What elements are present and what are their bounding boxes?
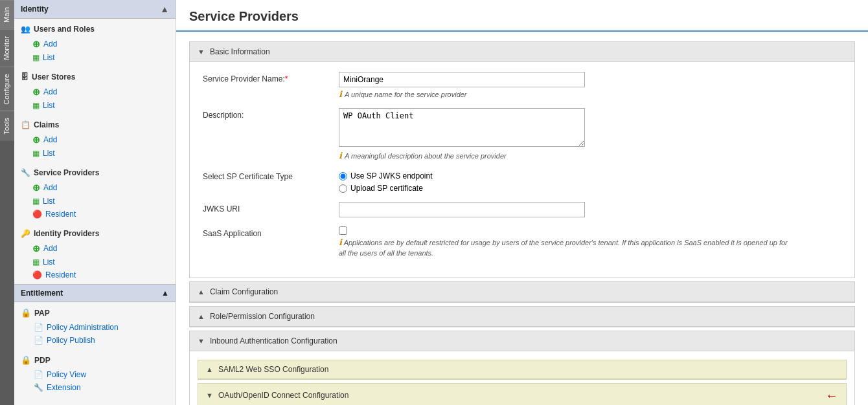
sp-cert-option-2[interactable]: Upload SP certificate (339, 184, 841, 193)
sp-cert-radio-1[interactable] (339, 172, 347, 181)
pdp-group: 🔒 PDP 📄 Policy View 🔧 Extension (14, 349, 176, 397)
content-area: Basic Information Service Provider Name:… (176, 32, 868, 405)
jwks-uri-field (339, 202, 841, 217)
sp-name-row: Service Provider Name:* ℹ A unique name … (203, 72, 841, 99)
saas-label: SaaS Application (203, 226, 332, 238)
side-tabs-container: Main Monitor Configure Tools (0, 0, 14, 405)
policy-publish[interactable]: 📄 Policy Publish (14, 334, 176, 347)
policy-administration[interactable]: 📄 Policy Administration (14, 321, 176, 334)
side-tab-tools[interactable]: Tools (0, 111, 14, 141)
info-icon: ℹ (339, 151, 342, 160)
inbound-auth-header[interactable]: Inbound Authentication Configuration (190, 331, 854, 351)
entitlement-section-header[interactable]: Entitlement ▲ (14, 284, 176, 302)
identity-section-header[interactable]: Identity ▲ (14, 0, 176, 19)
basic-info-header[interactable]: Basic Information (190, 42, 854, 62)
identity-collapse-btn[interactable]: ▲ (160, 4, 169, 14)
sp-cert-label: Select SP Certificate Type (203, 170, 332, 181)
side-tab-main[interactable]: Main (0, 0, 14, 29)
claims-title[interactable]: 📋 Claims (14, 117, 176, 133)
required-marker: * (285, 74, 288, 83)
claim-config-label: Claim Configuration (210, 287, 278, 296)
pap-group: 🔒 PAP 📄 Policy Administration 📄 Policy P… (14, 302, 176, 349)
idp-list[interactable]: ▦ List (14, 256, 176, 268)
idp-resident[interactable]: 🔴 Resident (14, 268, 176, 281)
add-icon: ⊕ (32, 39, 40, 49)
page-title: Service Providers (176, 0, 868, 32)
role-config-chevron (198, 312, 205, 320)
jwks-uri-input[interactable] (339, 202, 585, 217)
red-arrow-indicator: ← (825, 388, 838, 403)
entitlement-header-label: Entitlement (21, 289, 63, 298)
claim-config-header[interactable]: Claim Configuration (190, 282, 854, 302)
side-tab-configure[interactable]: Configure (0, 67, 14, 111)
sp-cert-radio-group: Use SP JWKS endpoint Upload SP certifica… (339, 170, 841, 193)
saas-checkbox-item (339, 226, 841, 235)
basic-info-section: Basic Information Service Provider Name:… (189, 41, 855, 278)
claim-config-section: Claim Configuration (189, 281, 855, 303)
oauth-label: OAuth/OpenID Connect Configuration (218, 391, 814, 400)
oauth-chevron (206, 391, 213, 399)
resident-icon: 🔴 (32, 210, 42, 219)
list-icon: ▦ (32, 149, 40, 158)
inbound-auth-label: Inbound Authentication Configuration (210, 336, 337, 345)
extension[interactable]: 🔧 Extension (14, 381, 176, 394)
saml2-sso-header[interactable]: SAML2 Web SSO Configuration (198, 360, 846, 379)
policy-view-icon: 📄 (34, 370, 43, 379)
service-providers-title[interactable]: 🔧 Service Providers (14, 165, 176, 181)
resident-icon: 🔴 (32, 270, 42, 279)
sp-resident[interactable]: 🔴 Resident (14, 208, 176, 221)
info-icon: ℹ (339, 89, 342, 99)
saml2-chevron (206, 366, 213, 373)
user-stores-add[interactable]: ⊕ Add (14, 85, 176, 99)
role-config-section: Role/Permission Configuration (189, 306, 855, 327)
user-stores-title[interactable]: 🗄 User Stores (14, 69, 176, 85)
pap-title[interactable]: 🔒 PAP (14, 305, 176, 321)
basic-info-label: Basic Information (210, 47, 270, 56)
role-config-header[interactable]: Role/Permission Configuration (190, 307, 854, 327)
list-icon: ▦ (32, 53, 40, 62)
inbound-auth-section: Inbound Authentication Configuration SAM… (189, 331, 855, 405)
publish-icon: 📄 (34, 336, 43, 345)
claim-config-chevron (198, 288, 205, 296)
description-field: WP OAuth Client ℹ A meaningful descripti… (339, 108, 841, 160)
list-icon: ▦ (32, 101, 40, 110)
claims-list[interactable]: ▦ List (14, 147, 176, 160)
users-and-roles-title[interactable]: 👥 Users and Roles (14, 21, 176, 37)
user-stores-group: 🗄 User Stores ⊕ Add ▦ List (14, 67, 176, 115)
side-tab-monitor[interactable]: Monitor (0, 29, 14, 67)
saml2-label: SAML2 Web SSO Configuration (218, 365, 329, 374)
sp-name-input[interactable] (339, 72, 585, 87)
oauth-openid-header[interactable]: OAuth/OpenID Connect Configuration ← (198, 384, 846, 405)
user-stores-icon: 🗄 (21, 72, 29, 82)
sp-name-field: ℹ A unique name for the service provider (339, 72, 841, 99)
entitlement-collapse-btn[interactable]: ▲ (161, 289, 169, 298)
add-icon: ⊕ (32, 182, 40, 193)
sidebar: Identity ▲ 👥 Users and Roles ⊕ Add ▦ Lis… (14, 0, 176, 405)
claims-add[interactable]: ⊕ Add (14, 133, 176, 147)
main-content: Service Providers Basic Information Serv… (176, 0, 868, 405)
saml2-sso-accordion: SAML2 Web SSO Configuration (198, 360, 847, 380)
description-label: Description: (203, 108, 332, 120)
basic-info-chevron (198, 48, 205, 56)
users-roles-list[interactable]: ▦ List (14, 51, 176, 64)
pdp-title[interactable]: 🔒 PDP (14, 352, 176, 368)
saas-row: SaaS Application ℹ Applications are by d… (203, 226, 841, 259)
identity-providers-title[interactable]: 🔑 Identity Providers (14, 226, 176, 241)
sp-add[interactable]: ⊕ Add (14, 181, 176, 195)
claims-icon: 📋 (21, 120, 30, 129)
policy-view[interactable]: 📄 Policy View (14, 368, 176, 381)
users-roles-icon: 👥 (21, 25, 30, 34)
description-textarea[interactable]: WP OAuth Client (339, 108, 585, 147)
users-roles-add[interactable]: ⊕ Add (14, 37, 176, 51)
sp-cert-field: Use SP JWKS endpoint Upload SP certifica… (339, 170, 841, 193)
user-stores-list[interactable]: ▦ List (14, 99, 176, 112)
identity-providers-group: 🔑 Identity Providers ⊕ Add ▦ List 🔴 Resi… (14, 223, 176, 284)
pap-icon: 🔒 (21, 308, 31, 318)
idp-add[interactable]: ⊕ Add (14, 241, 176, 256)
description-row: Description: WP OAuth Client ℹ A meaning… (203, 108, 841, 160)
saas-checkbox[interactable] (339, 226, 347, 235)
sp-cert-option-1[interactable]: Use SP JWKS endpoint (339, 171, 841, 181)
pdp-icon: 🔒 (21, 355, 31, 365)
sp-list[interactable]: ▦ List (14, 195, 176, 208)
sp-cert-radio-2[interactable] (339, 184, 347, 193)
